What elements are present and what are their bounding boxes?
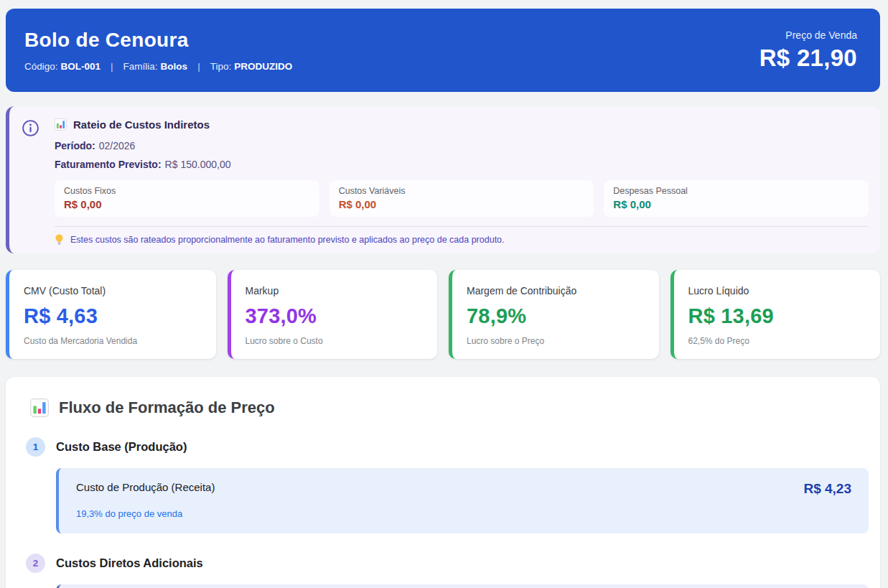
- variable-costs-value: R$ 0,00: [339, 198, 585, 210]
- indirect-costs-content: Rateio de Custos Indiretos Período:02/20…: [55, 118, 869, 245]
- forecast-revenue-line: Faturamento Previsto:R$ 150.000,00: [55, 159, 869, 170]
- sale-price-block: Preço de Venda R$ 21,90: [760, 29, 857, 72]
- production-cost-percent: 19,3% do preço de venda: [76, 508, 851, 519]
- sale-price-value: R$ 21,90: [760, 45, 857, 72]
- price-formation-title: Fluxo de Formação de Preço: [59, 398, 275, 417]
- product-type-value: PRODUZIDO: [234, 61, 292, 72]
- product-type-label: Tipo:: [210, 61, 232, 72]
- metric-card-cmv: CMV (Custo Total) R$ 4,63 Custo da Merca…: [6, 270, 216, 359]
- rateio-hint-text: Estes custos são rateados proporcionalme…: [70, 235, 505, 245]
- metric-value: 78,9%: [467, 304, 645, 328]
- flow-step-1: 1 Custo Base (Produção) Custo de Produçã…: [26, 437, 869, 533]
- production-cost-item: Custo de Produção (Receita) R$ 4,23 19,3…: [56, 468, 869, 533]
- product-code: Código:BOL-001: [24, 61, 101, 72]
- indirect-costs-card: Rateio de Custos Indiretos Período:02/20…: [6, 106, 880, 253]
- page: Bolo de Cenoura Código:BOL-001 | Família…: [0, 0, 888, 588]
- sale-price-label: Preço de Venda: [760, 29, 857, 41]
- product-header-card: Bolo de Cenoura Código:BOL-001 | Família…: [6, 9, 880, 92]
- meta-separator: |: [111, 61, 113, 72]
- price-formation-card: Fluxo de Formação de Preço 1 Custo Base …: [6, 377, 880, 588]
- product-code-label: Código:: [24, 61, 58, 72]
- forecast-revenue-label: Faturamento Previsto:: [55, 159, 162, 170]
- price-formation-title-row: Fluxo de Formação de Preço: [30, 398, 869, 417]
- metric-label: Margem de Contribuição: [467, 285, 645, 297]
- product-header-left: Bolo de Cenoura Código:BOL-001 | Família…: [24, 29, 292, 72]
- production-cost-value: R$ 4,23: [803, 481, 851, 497]
- metric-card-contribution-margin: Margem de Contribuição 78,9% Lucro sobre…: [449, 270, 659, 359]
- metric-card-net-profit: Lucro Líquido R$ 13,69 62,5% do Preço: [670, 270, 881, 359]
- variable-costs-card: Custos Variáveis R$ 0,00: [330, 180, 594, 217]
- product-title: Bolo de Cenoura: [24, 29, 292, 52]
- forecast-revenue-value: R$ 150.000,00: [165, 159, 231, 170]
- metric-subtitle: Lucro sobre o Custo: [246, 336, 424, 346]
- metric-card-markup: Markup 373,0% Lucro sobre o Custo: [228, 270, 438, 359]
- metric-label: Lucro Líquido: [688, 285, 866, 297]
- metric-subtitle: Lucro sobre o Preço: [467, 336, 645, 346]
- personnel-expenses-card: Despesas Pessoal R$ 0,00: [604, 180, 869, 217]
- meta-separator: |: [197, 61, 200, 72]
- period-line: Período:02/2026: [55, 140, 869, 151]
- metrics-row: CMV (Custo Total) R$ 4,63 Custo da Merca…: [6, 270, 880, 359]
- metric-label: Markup: [246, 285, 424, 297]
- metric-value: R$ 13,69: [688, 304, 866, 328]
- indirect-costs-title: Rateio de Custos Indiretos: [73, 118, 210, 131]
- fixed-costs-label: Custos Fixos: [64, 186, 310, 196]
- product-family: Família:Bolos: [123, 61, 188, 72]
- variable-costs-label: Custos Variáveis: [339, 186, 585, 196]
- product-family-label: Família:: [123, 61, 158, 72]
- metric-subtitle: Custo da Mercadoria Vendida: [24, 336, 202, 346]
- additional-direct-costs-item: [56, 584, 869, 588]
- period-value: 02/2026: [99, 140, 136, 151]
- bar-chart-icon: [30, 398, 49, 417]
- metric-value: 373,0%: [246, 304, 424, 328]
- step-heading: Custo Base (Produção): [56, 440, 187, 454]
- lightbulb-icon: [55, 234, 64, 245]
- production-cost-label: Custo de Produção (Receita): [76, 481, 215, 493]
- metric-subtitle: 62,5% do Preço: [688, 336, 866, 346]
- indirect-costs-title-row: Rateio de Custos Indiretos: [55, 118, 869, 131]
- bar-chart-icon: [55, 118, 67, 131]
- product-type: Tipo:PRODUZIDO: [210, 61, 293, 72]
- production-cost-row: Custo de Produção (Receita) R$ 4,23: [76, 481, 851, 497]
- personnel-expenses-label: Despesas Pessoal: [613, 186, 859, 196]
- metric-value: R$ 4,63: [24, 304, 202, 328]
- flow-step-2: 2 Custos Diretos Adicionais: [26, 554, 869, 588]
- step-number-badge: 2: [26, 554, 45, 573]
- product-meta: Código:BOL-001 | Família:Bolos | Tipo:PR…: [24, 61, 292, 72]
- step-1-header: 1 Custo Base (Produção): [26, 437, 869, 457]
- step-number-badge: 1: [26, 437, 45, 457]
- period-label: Período:: [55, 140, 95, 151]
- step-2-header: 2 Custos Diretos Adicionais: [26, 554, 869, 573]
- indirect-costs-grid: Custos Fixos R$ 0,00 Custos Variáveis R$…: [55, 180, 869, 217]
- product-family-value: Bolos: [161, 61, 188, 72]
- fixed-costs-card: Custos Fixos R$ 0,00: [55, 180, 319, 217]
- indirect-costs-icon-column: [22, 118, 55, 245]
- product-code-value: BOL-001: [61, 61, 101, 72]
- rateio-hint-row: Estes custos são rateados proporcionalme…: [55, 226, 869, 245]
- metric-label: CMV (Custo Total): [24, 285, 202, 297]
- step-heading: Custos Diretos Adicionais: [56, 556, 203, 570]
- fixed-costs-value: R$ 0,00: [64, 198, 310, 210]
- info-icon[interactable]: [22, 119, 39, 137]
- personnel-expenses-value: R$ 0,00: [613, 198, 859, 210]
